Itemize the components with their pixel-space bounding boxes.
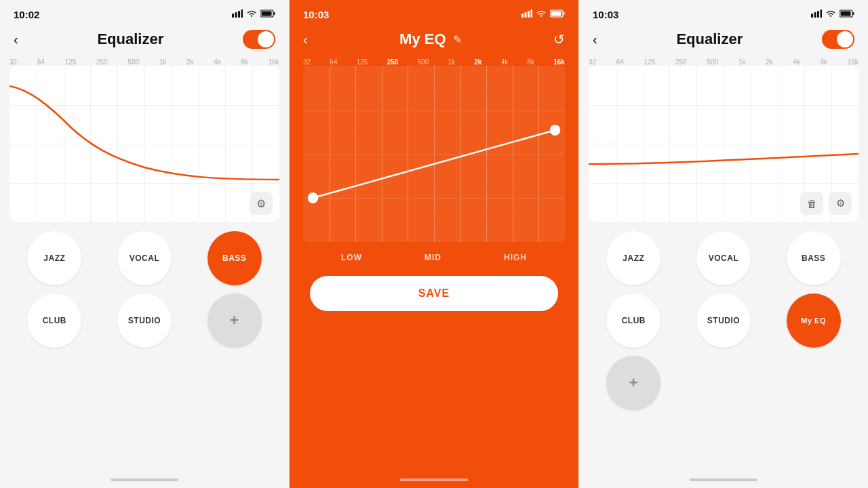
preset-add-right[interactable]: + (606, 356, 660, 410)
time-left: 10:02 (14, 9, 39, 20)
freq-labels-right: 32 64 125 250 500 1k 2k 4k 8k 16k (579, 54, 868, 66)
status-bar-right: 10:03 (579, 0, 868, 24)
svg-rect-17 (811, 14, 813, 18)
chart-area-center (303, 66, 565, 242)
svg-rect-7 (262, 12, 272, 16)
status-icons-center (521, 8, 565, 20)
svg-rect-3 (241, 9, 243, 18)
signal-icon (232, 9, 243, 19)
svg-rect-14 (564, 12, 565, 15)
preset-studio-left[interactable]: STUDIO (117, 293, 172, 348)
home-bar-center (400, 479, 468, 481)
svg-point-12 (540, 15, 542, 16)
equalizer-toggle-right[interactable] (822, 30, 854, 49)
eq-point-low (308, 192, 318, 203)
svg-rect-10 (528, 11, 530, 18)
nav-bar-center: ‹ My EQ ✎ ↺ (290, 24, 578, 54)
battery-icon-right (840, 8, 854, 20)
preset-bass-right[interactable]: BASS (787, 231, 841, 285)
status-icons-left (232, 8, 275, 20)
time-center: 10:03 (303, 9, 329, 20)
time-right: 10:03 (593, 9, 618, 20)
status-bar-center: 10:03 (290, 0, 578, 24)
home-bar-right (690, 479, 757, 481)
back-button-right[interactable]: ‹ (593, 32, 597, 47)
svg-rect-24 (841, 12, 851, 16)
wifi-icon-right (825, 8, 836, 20)
svg-rect-0 (232, 14, 234, 18)
wifi-icon (246, 8, 257, 20)
freq-labels-center: 32 64 125 250 500 1k 2k 4k 8k 16k (290, 54, 578, 66)
battery-icon (260, 8, 275, 20)
svg-line-16 (313, 130, 555, 198)
eq-point-high (550, 125, 560, 136)
back-button-left[interactable]: ‹ (14, 32, 18, 47)
save-button[interactable]: SAVE (310, 276, 558, 311)
page-title-right: Equalizer (676, 30, 743, 48)
eq-curve-center (303, 66, 565, 242)
page-title-left: Equalizer (97, 30, 163, 48)
preset-grid-right: JAZZ VOCAL BASS CLUB STUDIO My EQ + (579, 222, 868, 420)
status-icons-right (811, 8, 854, 20)
svg-rect-23 (853, 12, 854, 15)
svg-rect-20 (821, 9, 823, 18)
svg-rect-8 (521, 14, 524, 18)
home-bar-left (111, 479, 178, 481)
svg-rect-11 (531, 9, 533, 18)
home-indicator-center (290, 472, 578, 488)
settings-button-left[interactable]: ⚙ (250, 192, 273, 215)
eq-bands-row: LOW MID HIGH (290, 242, 578, 268)
band-high: HIGH (504, 253, 527, 262)
status-bar-left: 10:02 (0, 0, 289, 24)
center-panel: 10:03 ‹ My EQ ✎ ↺ 32 64 125 250 500 1k 2… (289, 0, 579, 488)
svg-rect-18 (814, 12, 816, 18)
band-mid: MID (425, 253, 441, 262)
settings-button-right[interactable]: ⚙ (829, 192, 852, 215)
battery-icon-center (550, 8, 565, 20)
signal-icon-center (521, 8, 532, 20)
svg-rect-6 (274, 12, 275, 15)
wifi-icon-center (536, 8, 547, 20)
svg-rect-2 (238, 11, 240, 18)
equalizer-toggle-left[interactable] (243, 30, 275, 49)
back-button-center[interactable]: ‹ (303, 32, 308, 47)
preset-bass-left[interactable]: BASS (208, 231, 262, 285)
chart-area-left: ⚙ (9, 66, 279, 222)
signal-icon-right (811, 8, 822, 20)
svg-point-4 (251, 15, 252, 16)
svg-rect-1 (235, 12, 237, 18)
nav-bar-left: ‹ Equalizer (0, 24, 289, 54)
preset-jazz-right[interactable]: JAZZ (606, 231, 660, 285)
page-title-center: My EQ (399, 30, 446, 48)
chart-area-right: 🗑 ⚙ (589, 66, 859, 222)
freq-labels-left: 32 64 125 250 500 1k 2k 4k 8k 16k (0, 54, 289, 66)
preset-club-left[interactable]: CLUB (27, 293, 81, 348)
band-low: LOW (341, 253, 362, 262)
eq-chart-center (303, 66, 565, 242)
svg-point-21 (830, 15, 831, 16)
svg-rect-9 (525, 12, 527, 18)
right-panel: 10:03 ‹ Equalizer 32 64 125 250 500 1k 2… (579, 0, 868, 488)
eq-chart-right: 🗑 ⚙ (589, 66, 859, 222)
eq-curve-left (9, 66, 279, 222)
preset-grid-left: JAZZ VOCAL BASS CLUB STUDIO + (0, 222, 289, 357)
preset-club-right[interactable]: CLUB (606, 293, 660, 348)
preset-vocal-left[interactable]: VOCAL (117, 231, 172, 285)
delete-button-right[interactable]: 🗑 (800, 192, 823, 215)
nav-bar-right: ‹ Equalizer (579, 24, 868, 54)
preset-add-left[interactable]: + (208, 293, 262, 348)
settings-btn-group-right: 🗑 ⚙ (800, 192, 852, 215)
svg-rect-19 (817, 11, 819, 18)
title-row-center: My EQ ✎ (399, 30, 461, 48)
home-indicator-left (0, 472, 289, 488)
svg-rect-15 (551, 12, 561, 16)
reset-icon-center[interactable]: ↺ (553, 31, 565, 47)
preset-myeq-right[interactable]: My EQ (787, 293, 841, 348)
eq-chart-left: ⚙ (9, 66, 279, 222)
preset-jazz-left[interactable]: JAZZ (27, 231, 81, 285)
home-indicator-right (579, 472, 868, 488)
left-panel: 10:02 ‹ Equalizer 32 64 125 250 500 1k 2… (0, 0, 289, 488)
edit-icon-center[interactable]: ✎ (453, 33, 462, 46)
preset-vocal-right[interactable]: VOCAL (696, 231, 751, 285)
preset-studio-right[interactable]: STUDIO (696, 293, 751, 348)
